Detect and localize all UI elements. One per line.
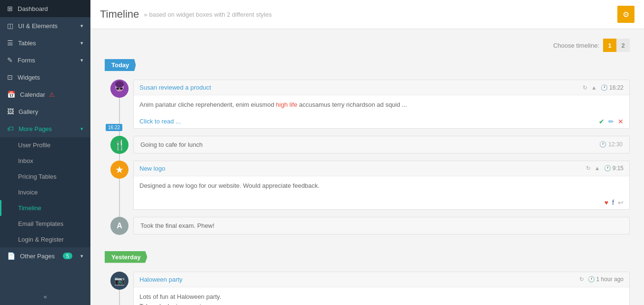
- sidebar-item-pricing-tables[interactable]: Pricing Tables: [0, 169, 90, 184]
- refresh-icon[interactable]: ↻: [583, 84, 587, 91]
- yesterday-label: Yesterday: [105, 251, 147, 263]
- sidebar-item-invoice[interactable]: Invoice: [0, 184, 90, 200]
- event-title-susan: Susan reviewed a product: [139, 84, 583, 91]
- gallery-icon: 🖼: [7, 108, 14, 115]
- collapse-icon: «: [43, 293, 47, 300]
- event-header-actions: ↻ ▲ 🕐 16:22: [583, 84, 624, 91]
- event-footer-logo: ♥ f ↩: [134, 196, 629, 209]
- event-time-halloween: 🕐 1 hour ago: [588, 276, 624, 283]
- event-footer-susan: Click to read ... ✔ ✏ ✕: [134, 115, 629, 128]
- sidebar-item-label: Forms: [18, 57, 35, 64]
- clock-icon: 🕐: [588, 276, 595, 283]
- sidebar-item-label: Widgets: [18, 74, 40, 81]
- event-header-logo: New logo ↻ ▲ 🕐 9:15: [134, 161, 629, 176]
- event-header-susan: Susan reviewed a product ↻ ▲ 🕐 16:22: [134, 80, 629, 95]
- edit-icon[interactable]: ✏: [608, 118, 614, 125]
- clock-icon: 🕐: [604, 165, 611, 172]
- page-header: Timeline » based on widget boxes with 2 …: [90, 0, 644, 29]
- event-box-susan: Susan reviewed a product ↻ ▲ 🕐 16:22 Ani…: [133, 80, 630, 129]
- timeline-event-exam: A Took the final exam. Phew!: [133, 217, 630, 234]
- simple-event-lunch: Going to cafe for lunch 🕐 12:30: [133, 136, 630, 153]
- event-title-logo: New logo: [139, 165, 586, 172]
- sidebar-item-ui-elements[interactable]: ◫ UI & Elements ▾: [0, 17, 90, 34]
- sidebar-item-inbox[interactable]: Inbox: [0, 153, 90, 169]
- avatar-susan: [110, 80, 129, 98]
- page-subtitle: » based on widget boxes with 2 different…: [144, 11, 272, 18]
- sidebar-item-dashboard[interactable]: ⊞ Dashboard: [0, 0, 90, 17]
- gear-button[interactable]: ⚙: [617, 6, 634, 23]
- event-time-915: 🕐 9:15: [604, 165, 624, 172]
- timeline-yesterday: 📷 Haloween party ↻ 🕐 1 hour ago: [105, 272, 630, 305]
- sidebar-item-label: Calendar: [20, 91, 45, 98]
- sidebar-item-email-templates[interactable]: Email Templates: [0, 216, 90, 232]
- avatar-star: ★: [110, 161, 129, 179]
- tables-icon: ☰: [7, 39, 13, 47]
- timeline-btn-1[interactable]: 1: [603, 39, 616, 52]
- event-header-halloween: Haloween party ↻ 🕐 1 hour ago: [134, 272, 629, 287]
- reply-icon[interactable]: ↩: [618, 199, 624, 206]
- choose-timeline-bar: Choose timeline: 1 2: [105, 39, 630, 52]
- event-footer-actions: ✔ ✏ ✕: [599, 118, 624, 125]
- other-pages-icon: 📄: [7, 252, 15, 260]
- clock-icon: 🕐: [599, 141, 606, 148]
- gear-icon: ⚙: [623, 10, 629, 19]
- sidebar: ⊞ Dashboard ◫ UI & Elements ▾ ☰ Tables ▾…: [0, 0, 90, 305]
- sidebar-item-timeline[interactable]: Timeline: [0, 200, 90, 216]
- check-icon[interactable]: ✔: [599, 118, 604, 125]
- sidebar-item-user-profile[interactable]: User Profile: [0, 137, 90, 153]
- chevron-up-icon[interactable]: ▲: [594, 165, 600, 172]
- refresh-icon[interactable]: ↻: [586, 165, 591, 172]
- svg-rect-4: [116, 88, 119, 90]
- sidebar-item-label: More Pages: [19, 125, 52, 132]
- chevron-down-icon: ▾: [80, 253, 83, 259]
- event-time-1622: 🕐 16:22: [601, 84, 624, 91]
- avatar-letter-a: A: [110, 217, 129, 235]
- clock-icon: 🕐: [601, 84, 608, 91]
- click-to-read-link[interactable]: Click to read ...: [139, 118, 594, 125]
- warning-icon: ⚠: [49, 91, 55, 98]
- delete-icon[interactable]: ✕: [618, 118, 624, 125]
- event-footer-actions-logo: ♥ f ↩: [604, 199, 624, 206]
- simple-event-exam: Took the final exam. Phew!: [133, 217, 630, 234]
- chevron-down-icon: ▾: [80, 57, 83, 63]
- event-title-halloween: Haloween party: [139, 276, 579, 283]
- time-badge-1622: 16:22: [106, 124, 122, 131]
- sidebar-item-label: Tables: [18, 40, 36, 47]
- heart-icon[interactable]: ♥: [604, 199, 608, 206]
- sidebar-item-calendar[interactable]: 📅 Calendar ⚠: [0, 86, 90, 103]
- event-header-actions-logo: ↻ ▲ 🕐 9:15: [586, 165, 624, 172]
- sidebar-item-label: Gallery: [19, 108, 38, 115]
- sidebar-item-other-pages[interactable]: 📄 Other Pages 5 ▾: [0, 247, 90, 264]
- sidebar-item-gallery[interactable]: 🖼 Gallery: [0, 103, 90, 120]
- chevron-down-icon: ▾: [80, 23, 83, 29]
- timeline-event-susan: 16:22 Susan reviewed a product ↻ ▲ 🕐 16:…: [133, 80, 630, 129]
- svg-point-3: [115, 81, 124, 88]
- sidebar-item-widgets[interactable]: ⊡ Widgets: [0, 69, 90, 86]
- sidebar-item-login-register[interactable]: Login & Register: [0, 232, 90, 247]
- chevron-up-icon[interactable]: ▲: [591, 84, 597, 91]
- facebook-icon[interactable]: f: [612, 199, 614, 206]
- timeline-event-halloween: 📷 Haloween party ↻ 🕐 1 hour ago: [133, 272, 630, 305]
- chevron-down-icon: ▾: [80, 40, 83, 46]
- sidebar-collapse-btn[interactable]: «: [0, 288, 90, 305]
- timeline-btn-2[interactable]: 2: [616, 39, 630, 52]
- sidebar-item-label: Dashboard: [18, 5, 48, 12]
- event-body-halloween: Lots of fun at Haloween party. Take a lo…: [134, 287, 629, 305]
- forms-icon: ✎: [7, 56, 13, 64]
- event-box-halloween: Haloween party ↻ 🕐 1 hour ago Lots of fu…: [133, 272, 630, 305]
- sidebar-item-forms[interactable]: ✎ Forms ▾: [0, 51, 90, 69]
- sidebar-item-tables[interactable]: ☰ Tables ▾: [0, 34, 90, 51]
- dashboard-icon: ⊞: [7, 5, 13, 12]
- page-title: Timeline: [100, 8, 139, 20]
- timeline-today: 16:22 Susan reviewed a product ↻ ▲ 🕐 16:…: [105, 80, 630, 234]
- sidebar-item-label: UI & Elements: [18, 22, 58, 30]
- sidebar-item-label: Other Pages: [20, 253, 55, 260]
- svg-rect-5: [120, 88, 123, 90]
- event-time-1230: 🕐 12:30: [599, 141, 623, 148]
- sidebar-item-more-pages[interactable]: 🏷 More Pages ▾: [0, 120, 90, 137]
- calendar-icon: 📅: [7, 91, 15, 98]
- timeline-event-lunch: 🍴 Going to cafe for lunch 🕐 12:30: [133, 136, 630, 153]
- other-pages-badge: 5: [63, 253, 72, 259]
- timeline-line: [119, 80, 120, 234]
- refresh-icon[interactable]: ↻: [579, 276, 584, 283]
